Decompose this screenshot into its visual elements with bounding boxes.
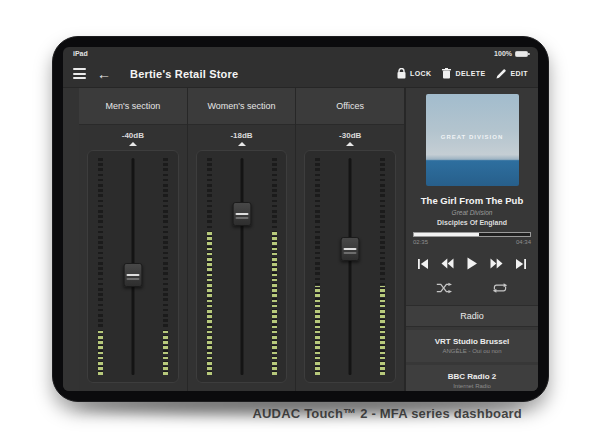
radio-section-header: Radio: [406, 305, 538, 327]
fader-knob[interactable]: [232, 202, 251, 226]
vu-meter-fill: [207, 232, 212, 375]
station-now-playing: Internet Radio: [408, 383, 536, 389]
vu-meter-right: [272, 158, 277, 375]
rewind-button[interactable]: [441, 258, 454, 269]
fader-panel: [304, 150, 396, 383]
fader-track[interactable]: [240, 158, 243, 375]
vu-meter-fill: [272, 232, 277, 375]
zone-title: Women's section: [188, 88, 296, 125]
repeat-icon[interactable]: [492, 282, 508, 294]
vu-meter-fill: [380, 286, 385, 375]
station-bbc-radio-2[interactable]: BBC Radio 2 Internet Radio: [406, 365, 538, 391]
delete-button[interactable]: DELETE: [442, 68, 485, 79]
progress-fill: [414, 233, 479, 236]
vu-meter-right: [163, 158, 168, 375]
page-title: Bertie's Retail Store: [130, 68, 238, 80]
fader-knob[interactable]: [341, 237, 360, 261]
zones-area: Men's section -40dB: [63, 88, 405, 391]
vu-meter-fill: [315, 286, 320, 375]
player-panel: GREAT DIVISION The Girl From The Pub Gre…: [405, 88, 538, 391]
track-title: The Girl From The Pub: [406, 195, 538, 206]
vu-meter-left: [315, 158, 320, 375]
progress-section: 02:35 04:34: [413, 232, 531, 245]
zone-womens-section: Women's section -18dB: [188, 88, 297, 391]
battery-status: 100%: [494, 50, 528, 57]
app-bar: ← Bertie's Retail Store LOCK DELETE: [63, 60, 538, 87]
skip-previous-button[interactable]: [417, 258, 429, 270]
play-button[interactable]: [466, 257, 478, 270]
zone-level-readout: -18dB: [230, 131, 252, 140]
fast-forward-button[interactable]: [490, 258, 503, 269]
zone-title: Men's section: [79, 88, 187, 125]
transport-controls: [417, 257, 527, 270]
ipad-device-frame: iPad 100% ← Bertie's Retail Store LOCK: [52, 36, 549, 402]
total-time: 04:34: [516, 239, 531, 245]
vu-meter-fill: [163, 331, 168, 375]
level-pointer-icon: [129, 142, 137, 146]
vu-meter-left: [207, 158, 212, 375]
zone-level-readout: -40dB: [122, 131, 144, 140]
main-content: Men's section -40dB: [63, 87, 538, 391]
fader-panel: [87, 150, 179, 383]
station-list: VRT Studio Brussel ANGÈLE - Oui ou non B…: [406, 330, 538, 391]
elapsed-time: 02:35: [413, 239, 428, 245]
status-bar: iPad 100%: [63, 47, 538, 60]
menu-icon[interactable]: [73, 68, 86, 79]
zone-title: Offices: [296, 88, 404, 125]
track-album: Disciples Of England: [406, 219, 538, 226]
fader-panel: [196, 150, 288, 383]
secondary-controls: [406, 282, 538, 294]
skip-next-button[interactable]: [515, 258, 527, 270]
track-artist: Great Division: [406, 209, 538, 216]
pencil-icon: [496, 69, 506, 79]
trash-icon: [442, 68, 451, 79]
fader-knob[interactable]: [123, 263, 142, 287]
progress-bar[interactable]: [413, 232, 531, 237]
vu-meter-left: [98, 158, 103, 375]
level-pointer-icon: [346, 142, 354, 146]
zone-level-readout: -30dB: [339, 131, 361, 140]
station-name: BBC Radio 2: [408, 372, 536, 381]
album-art-text: GREAT DIVISION: [426, 134, 519, 140]
station-name: VRT Studio Brussel: [408, 337, 536, 346]
image-caption: AUDAC Touch™ 2 - MFA series dashboard: [252, 406, 522, 421]
station-now-playing: ANGÈLE - Oui ou non: [408, 348, 536, 354]
vu-meter-right: [380, 158, 385, 375]
album-art: GREAT DIVISION: [426, 94, 519, 186]
battery-percent: 100%: [494, 50, 512, 57]
lock-icon: [397, 68, 406, 79]
zone-offices: Offices -30dB: [296, 88, 405, 391]
app-screen: iPad 100% ← Bertie's Retail Store LOCK: [63, 47, 538, 391]
shuffle-icon[interactable]: [436, 282, 452, 294]
level-pointer-icon: [238, 142, 246, 146]
station-vrt-studio-brussel[interactable]: VRT Studio Brussel ANGÈLE - Oui ou non: [406, 330, 538, 362]
lock-button[interactable]: LOCK: [397, 68, 431, 79]
screenshot-stage: iPad 100% ← Bertie's Retail Store LOCK: [0, 0, 600, 439]
edit-button[interactable]: EDIT: [496, 69, 528, 79]
battery-icon: [515, 51, 528, 57]
fader-track[interactable]: [349, 158, 352, 375]
zone-mens-section: Men's section -40dB: [79, 88, 188, 391]
back-arrow-icon[interactable]: ←: [97, 67, 111, 81]
status-device-label: iPad: [73, 50, 88, 57]
vu-meter-fill: [98, 331, 103, 375]
